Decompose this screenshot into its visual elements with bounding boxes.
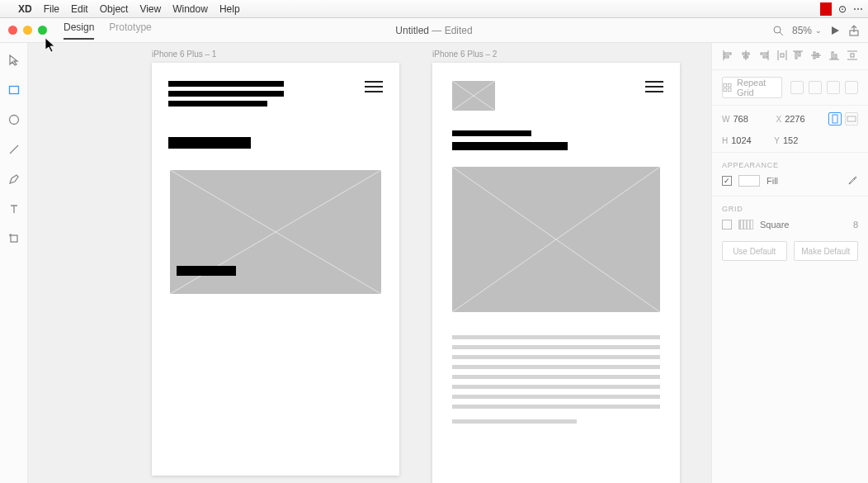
y-value[interactable]: 152 [783, 135, 818, 145]
w-label: W [722, 115, 729, 124]
distribute-v-icon[interactable] [847, 50, 858, 63]
svg-marker-2 [832, 26, 839, 35]
svg-rect-32 [799, 52, 800, 56]
grid-size[interactable]: 8 [853, 220, 858, 230]
window-minimize-button[interactable] [23, 26, 32, 35]
align-right-icon[interactable] [758, 50, 770, 63]
artboard-1[interactable]: iPhone 6 Plus – 1 [152, 63, 399, 476]
image-placeholder [452, 167, 660, 312]
repeat-grid-button[interactable]: Repeat Grid [722, 77, 782, 98]
menu-edit[interactable]: Edit [71, 3, 88, 15]
w-value[interactable]: 768 [733, 114, 767, 124]
bool-intersect-icon[interactable] [827, 81, 840, 94]
artboard-1-label[interactable]: iPhone 6 Plus – 1 [152, 50, 216, 59]
svg-rect-42 [724, 83, 727, 87]
svg-point-0 [774, 26, 781, 33]
fill-checkbox[interactable]: ✓ [722, 176, 732, 186]
align-top-icon[interactable] [792, 50, 804, 63]
grid-title: Grid [712, 197, 868, 215]
distribute-h-icon[interactable] [776, 50, 788, 63]
text-tool[interactable] [7, 201, 21, 216]
headline-placeholder [168, 81, 284, 107]
grid-type-label[interactable]: Square [760, 220, 789, 230]
menu-file[interactable]: File [44, 3, 59, 15]
svg-line-15 [452, 81, 495, 111]
document-state: Edited [445, 25, 473, 36]
artboard-2[interactable]: iPhone 6 Plus – 2 [432, 63, 680, 483]
share-icon[interactable] [848, 25, 860, 36]
select-tool[interactable] [7, 53, 21, 68]
svg-rect-44 [724, 88, 727, 92]
svg-line-1 [780, 32, 783, 36]
bool-exclude-icon[interactable] [845, 81, 858, 94]
hamburger-icon [365, 81, 383, 92]
tab-prototype[interactable]: Prototype [109, 21, 151, 40]
menubar-extra-icon-2[interactable]: ⋯ [853, 3, 863, 15]
h-value[interactable]: 1024 [731, 135, 766, 145]
menu-object[interactable]: Object [100, 3, 129, 15]
pen-tool[interactable] [7, 172, 21, 187]
zoom-control[interactable]: 85% ⌄ [792, 25, 822, 36]
make-default-button[interactable]: Make Default [794, 241, 859, 261]
svg-rect-47 [847, 116, 856, 121]
tab-design[interactable]: Design [64, 21, 94, 40]
transform-section: W768 X2276 H1024 Y152 [712, 106, 868, 153]
h-label: H [722, 136, 728, 145]
align-left-icon[interactable] [722, 50, 734, 63]
eyedropper-icon[interactable] [847, 174, 858, 187]
ellipse-tool[interactable] [7, 112, 21, 127]
svg-rect-46 [833, 115, 837, 123]
window-zoom-button[interactable] [38, 26, 47, 35]
line-tool[interactable] [7, 142, 21, 157]
svg-rect-45 [728, 88, 731, 92]
menu-view[interactable]: View [139, 3, 161, 15]
artboard-tool[interactable] [7, 231, 21, 246]
menu-window[interactable]: Window [172, 3, 208, 15]
svg-rect-41 [851, 54, 854, 57]
menubar-status-icon[interactable] [820, 2, 832, 16]
svg-rect-29 [781, 54, 784, 57]
svg-rect-19 [724, 53, 731, 54]
artboard-2-label[interactable]: iPhone 6 Plus – 2 [432, 50, 497, 59]
paragraph-placeholder [452, 335, 660, 424]
subhead-placeholder [168, 137, 251, 149]
document-title: Untitled — Edited [395, 25, 472, 36]
document-name: Untitled [395, 25, 429, 36]
bool-subtract-icon[interactable] [809, 81, 822, 94]
svg-rect-31 [795, 52, 797, 59]
menu-app[interactable]: XD [18, 3, 32, 15]
play-icon[interactable] [830, 26, 840, 36]
hamburger-icon [645, 81, 663, 92]
x-label: X [776, 115, 781, 124]
inspector-panel: Repeat Grid W768 X2276 H1024 Y152 Appear… [711, 43, 868, 483]
svg-line-16 [452, 167, 660, 312]
svg-rect-9 [11, 235, 17, 242]
fill-swatch[interactable] [738, 175, 760, 187]
use-default-button[interactable]: Use Default [722, 241, 787, 261]
window-close-button[interactable] [8, 26, 17, 35]
tool-rail [0, 43, 28, 483]
grid-checkbox[interactable] [722, 220, 732, 230]
svg-rect-25 [761, 53, 767, 54]
grid-type-icon[interactable] [738, 220, 753, 230]
x-value[interactable]: 2276 [785, 114, 819, 124]
mac-menubar: XD File Edit Object View Window Help ⊙ ⋯ [0, 0, 868, 18]
align-bottom-icon[interactable] [828, 50, 840, 63]
zoom-value: 85% [792, 25, 812, 36]
canvas[interactable]: iPhone 6 Plus – 1 iPhone 6 Plus – 2 [28, 43, 711, 483]
menu-help[interactable]: Help [219, 3, 240, 15]
svg-rect-37 [832, 52, 833, 59]
svg-line-8 [10, 145, 18, 154]
menubar-extra-icon-1[interactable]: ⊙ [838, 3, 847, 15]
search-icon[interactable] [772, 25, 784, 36]
portrait-icon[interactable] [828, 112, 842, 125]
chevron-down-icon: ⌄ [815, 26, 822, 35]
align-hcenter-icon[interactable] [740, 50, 752, 63]
appearance-title: Appearance [712, 153, 868, 171]
svg-rect-26 [763, 56, 767, 58]
bool-add-icon[interactable] [790, 81, 804, 94]
landscape-icon[interactable] [845, 112, 858, 125]
thumbnail-placeholder [452, 81, 495, 111]
align-vcenter-icon[interactable] [810, 50, 822, 63]
rectangle-tool[interactable] [7, 83, 21, 97]
